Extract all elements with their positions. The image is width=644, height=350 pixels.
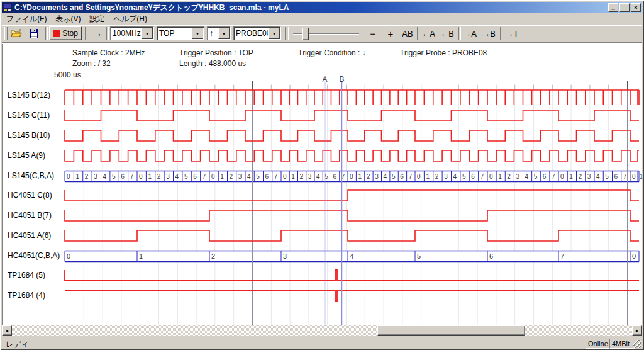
bus-value: 7 xyxy=(480,173,484,180)
toolbar-grip xyxy=(288,27,291,40)
minimize-button[interactable]: _ xyxy=(608,3,618,12)
dropdown-arrow-icon[interactable]: ▼ xyxy=(269,28,280,39)
bus-value: 2 xyxy=(230,173,233,180)
toolbar-separator xyxy=(85,27,87,40)
toolbar-separator xyxy=(45,27,48,40)
title-bar[interactable]: C:¥Documents and Settings¥noname¥デスクトップ¥… xyxy=(2,2,642,13)
bus-value: 7 xyxy=(552,173,555,180)
bus-value: 7 xyxy=(409,173,413,180)
bus-value: 1 xyxy=(220,173,224,180)
cursor-b-label: B xyxy=(339,75,344,84)
bus-value: 2 xyxy=(300,173,304,180)
run-button[interactable]: → xyxy=(89,26,106,40)
bus-value: 3 xyxy=(308,173,312,180)
bus-value: 5 xyxy=(605,173,609,180)
horizontal-scrollbar[interactable]: ◄ ► xyxy=(2,325,642,336)
bus-row-hc4051-c-b-a-: 012345670 xyxy=(65,251,639,262)
waveform-ls145-d-12- xyxy=(65,90,639,105)
cursor-b[interactable]: B xyxy=(339,75,344,325)
open-file-button[interactable] xyxy=(8,26,25,40)
zoom-out-button[interactable]: − xyxy=(365,26,380,40)
move-cursor-a-left-button[interactable]: ←A xyxy=(419,26,437,40)
bus-value: 1 xyxy=(426,173,430,180)
trigger-position-value: TOP xyxy=(157,29,191,38)
toolbar-separator xyxy=(106,27,109,40)
stop-label: Stop xyxy=(62,29,78,38)
bus-value: 2 xyxy=(435,173,439,180)
bus-value: 7 xyxy=(203,173,206,180)
bus-value: 2 xyxy=(157,173,161,180)
waveform-ls145-b-10- xyxy=(65,130,639,141)
bus-value: 7 xyxy=(130,173,134,180)
bus-value: 5 xyxy=(392,173,396,180)
bus-value: 0 xyxy=(139,173,143,180)
ab-range-button[interactable]: AB xyxy=(399,26,416,40)
waveform-hc4051-a-6- xyxy=(65,230,639,241)
run-arrow-icon: → xyxy=(92,28,103,39)
bus-value: 3 xyxy=(283,252,287,260)
app-icon xyxy=(3,3,12,12)
bus-value: 2 xyxy=(367,173,370,180)
bus-value: 0 xyxy=(632,173,636,180)
waveform-plot: 0123456701234567012345670123456701234567… xyxy=(2,43,642,325)
waveform-ls145-a-9- xyxy=(65,150,639,161)
bus-value: 4 xyxy=(247,173,251,180)
bus-value: 0 xyxy=(211,173,215,180)
cursor-a[interactable]: A xyxy=(322,75,327,325)
zoom-slider-thumb[interactable] xyxy=(302,28,309,40)
close-button[interactable]: × xyxy=(631,3,641,12)
save-floppy-icon xyxy=(30,29,38,38)
window-title: C:¥Documents and Settings¥noname¥デスクトップ¥… xyxy=(14,3,607,13)
maximize-button[interactable]: □ xyxy=(619,3,630,12)
bus-value: 5 xyxy=(534,173,538,180)
goto-trigger-button[interactable]: →T xyxy=(502,26,521,40)
move-cursor-b-left-button[interactable]: ←B xyxy=(438,26,456,40)
bus-value: 1 xyxy=(139,252,143,260)
bus-value: 7 xyxy=(623,173,627,180)
sample-clock-combo[interactable]: 100MHz ▼ xyxy=(110,26,154,40)
bus-value: 1 xyxy=(358,173,362,180)
trigger-position-combo[interactable]: TOP ▼ xyxy=(157,26,204,40)
move-cursor-a-right-button[interactable]: →A xyxy=(461,26,479,40)
bus-value: 1 xyxy=(291,173,295,180)
zoom-in-button[interactable]: + xyxy=(383,26,398,40)
bus-value: 4 xyxy=(596,173,600,180)
bus-value: 1 xyxy=(148,173,152,180)
dropdown-arrow-icon[interactable]: ▼ xyxy=(142,28,153,39)
bus-value: 3 xyxy=(587,173,591,180)
menu-settings[interactable]: 設定 xyxy=(85,13,109,25)
scroll-right-button[interactable]: ► xyxy=(632,325,642,336)
menu-view[interactable]: 表示(V) xyxy=(51,13,85,25)
resize-grip-icon[interactable] xyxy=(633,340,641,348)
dropdown-arrow-icon[interactable]: ▼ xyxy=(192,28,203,39)
status-online-indicator: Online xyxy=(586,339,611,349)
sample-clock-value: 100MHz xyxy=(111,29,141,38)
menu-bar: ファイル(F) 表示(V) 設定 ヘルプ(H) xyxy=(2,13,642,25)
menu-file[interactable]: ファイル(F) xyxy=(2,13,51,25)
trigger-edge-combo[interactable]: ↑ ▼ xyxy=(207,26,231,40)
bus-value: 6 xyxy=(471,173,475,180)
bus-value: 0 xyxy=(632,252,636,260)
bus-value: 6 xyxy=(193,173,197,180)
bus-value: 1 xyxy=(569,173,573,180)
dropdown-arrow-icon[interactable]: ▼ xyxy=(218,28,230,39)
trigger-probe-combo[interactable]: PROBE00 ▼ xyxy=(233,26,281,40)
bus-value: 6 xyxy=(121,173,125,180)
scroll-left-button[interactable]: ◄ xyxy=(2,325,12,336)
menu-help[interactable]: ヘルプ(H) xyxy=(109,13,152,25)
cursor-a-label: A xyxy=(322,75,327,84)
waveform-ls145-c-11- xyxy=(65,110,639,121)
save-file-button[interactable] xyxy=(26,26,42,40)
bus-value: 6 xyxy=(265,173,269,180)
waveform-hc4051-c-8- xyxy=(65,190,639,201)
scrollbar-thumb[interactable] xyxy=(377,325,525,336)
status-memory-indicator: 4MBit xyxy=(609,339,635,349)
move-cursor-b-right-button[interactable]: →B xyxy=(480,26,497,40)
open-folder-icon xyxy=(11,29,22,38)
time-ruler xyxy=(84,85,608,89)
bus-value: 2 xyxy=(211,252,215,260)
toolbar-separator xyxy=(285,27,287,40)
stop-button[interactable]: Stop xyxy=(49,26,82,40)
bus-value: 4 xyxy=(316,173,320,180)
bus-value: 7 xyxy=(274,173,278,180)
